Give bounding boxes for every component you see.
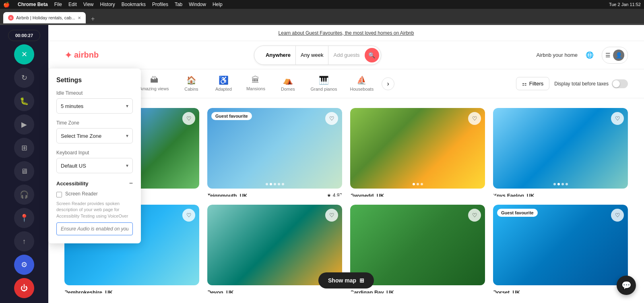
user-avatar: 👤 bbox=[613, 50, 624, 61]
display-taxes-toggle[interactable] bbox=[612, 79, 628, 88]
card-image: ♡ bbox=[350, 205, 485, 285]
hamburger-icon: ☰ bbox=[605, 52, 611, 58]
dates-search[interactable]: Any week bbox=[296, 46, 328, 64]
card-dots bbox=[266, 183, 284, 185]
menu-help[interactable]: Help bbox=[213, 2, 223, 7]
category-houseboats[interactable]: ⛵ Houseboats bbox=[343, 72, 380, 95]
category-domes[interactable]: ⛺ Domes bbox=[272, 72, 304, 95]
wishlist-button[interactable]: ♡ bbox=[611, 112, 624, 125]
power-button[interactable]: ⏻ bbox=[14, 278, 34, 298]
tab-close-btn[interactable]: ✕ bbox=[78, 16, 81, 20]
chat-button[interactable]: 💬 bbox=[617, 276, 636, 295]
new-tab-btn[interactable]: + bbox=[87, 15, 99, 23]
wishlist-button[interactable]: ♡ bbox=[468, 112, 481, 125]
navbar-right: Airbnb your home 🌐 ☰ 👤 bbox=[536, 47, 628, 64]
collapse-button[interactable]: − bbox=[129, 180, 133, 187]
debug-button[interactable]: 🐛 bbox=[14, 91, 34, 111]
card-info: Dorset, UK bbox=[493, 285, 628, 293]
wishlist-button[interactable]: ♡ bbox=[468, 209, 481, 222]
menu-history[interactable]: History bbox=[100, 2, 115, 7]
refresh-button[interactable]: ↻ bbox=[14, 68, 34, 88]
screen-button[interactable]: 🖥 bbox=[14, 161, 34, 181]
audio-button[interactable]: 🎧 bbox=[14, 185, 34, 205]
card-image: ♡ bbox=[350, 108, 485, 189]
timezone-value: Select Time Zone bbox=[61, 133, 126, 139]
record-button[interactable]: ▶ bbox=[14, 114, 34, 135]
audio-input[interactable] bbox=[56, 222, 133, 235]
wishlist-button[interactable]: ♡ bbox=[325, 209, 338, 222]
settings-title: Settings bbox=[56, 77, 133, 84]
category-arrow-button[interactable]: › bbox=[382, 77, 394, 90]
search-pill[interactable]: Anywhere Any week Add guests 🔍 bbox=[254, 46, 381, 65]
browser-tab-active[interactable]: A Airbnb | Holiday rentals, cab... ✕ bbox=[3, 12, 86, 23]
wishlist-button[interactable]: ♡ bbox=[611, 209, 624, 222]
card-location: Ynys Faelog, UK bbox=[493, 193, 535, 197]
menu-window[interactable]: Window bbox=[189, 2, 206, 7]
keyboard-select[interactable]: Default US ▾ bbox=[56, 158, 133, 173]
tab-title: Airbnb | Holiday rentals, cab... bbox=[16, 15, 75, 20]
houseboats-icon: ⛵ bbox=[357, 75, 367, 85]
layers-button[interactable]: ⊞ bbox=[14, 138, 34, 158]
show-map-button[interactable]: Show map ⊞ bbox=[318, 272, 374, 288]
category-grand-pianos[interactable]: 🎹 Grand pianos bbox=[304, 72, 343, 95]
adapted-icon: ♿ bbox=[219, 75, 229, 85]
location-button[interactable]: 📍 bbox=[14, 208, 34, 228]
airbnb-logo[interactable]: ✦ airbnb bbox=[64, 50, 99, 61]
listing-card[interactable]: ♡ Ynys Faelog, UK 140 kilometres away 15… bbox=[493, 108, 628, 197]
listing-card[interactable]: Guest favourite ♡ Dorset, UK bbox=[493, 205, 628, 293]
airbnb-logo-text: airbnb bbox=[74, 50, 99, 60]
search-button[interactable]: 🔍 bbox=[365, 48, 379, 62]
card-image: Guest favourite ♡ bbox=[207, 108, 342, 189]
settings-button[interactable]: ⚙ bbox=[14, 255, 34, 275]
accessibility-header: Accessibility − bbox=[56, 180, 133, 187]
card-location: Pembrokeshire, UK bbox=[64, 289, 113, 293]
card-location: Teignmouth, UK bbox=[207, 193, 247, 197]
chat-icon: 💬 bbox=[621, 280, 632, 290]
category-mansions[interactable]: 🏛 Mansions bbox=[239, 72, 272, 95]
domes-label: Domes bbox=[281, 87, 295, 91]
idle-timeout-value: 5 minutes bbox=[61, 103, 126, 109]
close-session-button[interactable]: ✕ bbox=[14, 44, 34, 64]
listing-card[interactable]: Guest favourite ♡ Teignmouth, UK ★ 4.97 … bbox=[207, 108, 342, 197]
user-menu-button[interactable]: ☰ 👤 bbox=[602, 47, 628, 64]
accessibility-title: Accessibility bbox=[56, 181, 89, 187]
screen-reader-description: Screen Reader provides spoken descriptio… bbox=[56, 201, 133, 219]
airbnb-logo-icon: ✦ bbox=[64, 50, 72, 61]
idle-timeout-select[interactable]: 5 minutes ▾ bbox=[56, 98, 133, 114]
timezone-select[interactable]: Select Time Zone ▾ bbox=[56, 128, 133, 143]
amazing-views-label: Amazing views bbox=[139, 86, 169, 91]
menu-view[interactable]: View bbox=[83, 2, 94, 7]
menu-tab[interactable]: Tab bbox=[175, 2, 182, 7]
wishlist-button[interactable]: ♡ bbox=[325, 112, 338, 125]
timezone-label: Time Zone bbox=[56, 120, 133, 126]
menu-edit[interactable]: Edit bbox=[68, 2, 77, 7]
location-search[interactable]: Anywhere bbox=[261, 46, 296, 64]
wishlist-button[interactable]: ♡ bbox=[182, 112, 195, 125]
card-info: Pembrokeshire, UK bbox=[64, 285, 199, 293]
share-button[interactable]: ↑ bbox=[14, 231, 34, 251]
language-button[interactable]: 🌐 bbox=[582, 48, 597, 62]
category-adapted[interactable]: ♿ Adapted bbox=[207, 72, 239, 95]
timezone-chevron-icon: ▾ bbox=[126, 133, 128, 139]
menu-file[interactable]: File bbox=[54, 2, 62, 7]
wishlist-button[interactable]: ♡ bbox=[182, 209, 195, 222]
filters-button[interactable]: ⚏ Filters bbox=[516, 77, 549, 90]
host-link[interactable]: Airbnb your home bbox=[536, 52, 578, 58]
keyboard-chevron-icon: ▾ bbox=[126, 163, 128, 168]
menu-bookmarks[interactable]: Bookmarks bbox=[122, 2, 146, 7]
card-location: Devon, UK bbox=[207, 289, 234, 293]
category-cabins[interactable]: 🏠 Cabins bbox=[175, 72, 207, 95]
menu-profiles[interactable]: Profiles bbox=[152, 2, 168, 7]
apple-menu[interactable]: 🍎 bbox=[3, 2, 10, 8]
listing-card[interactable]: ♡ Gwynedd, UK 162 kilometres away 6–11 J… bbox=[350, 108, 485, 197]
card-dots bbox=[553, 183, 568, 185]
mansions-icon: 🏛 bbox=[252, 75, 260, 85]
screen-reader-checkbox[interactable] bbox=[56, 192, 62, 197]
banner-link[interactable]: Learn about Guest Favourites, the most l… bbox=[279, 30, 414, 36]
menu-chrome-beta[interactable]: Chrome Beta bbox=[18, 2, 48, 7]
idle-timeout-label: Idle Timeout bbox=[56, 90, 133, 96]
card-info: Gwynedd, UK 162 kilometres away 6–11 Jan… bbox=[350, 189, 485, 197]
guests-search[interactable]: Add guests bbox=[328, 46, 364, 64]
screen-reader-row: Screen Reader bbox=[56, 191, 133, 197]
keyboard-field: Keyboard Input Default US ▾ bbox=[56, 150, 133, 173]
